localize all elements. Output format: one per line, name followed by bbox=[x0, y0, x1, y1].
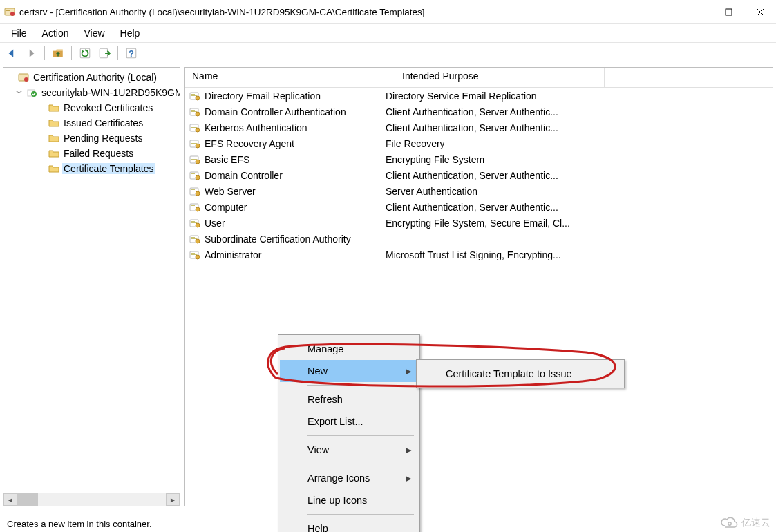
svg-rect-43 bbox=[191, 191, 197, 191]
menu-item-label: Arrange Icons bbox=[307, 473, 370, 484]
certsrv-icon bbox=[4, 6, 15, 17]
list-item-purpose: Client Authentication, Server Authentic.… bbox=[386, 170, 580, 181]
menu-item[interactable]: Line up Icons bbox=[280, 489, 418, 511]
svg-rect-39 bbox=[191, 175, 197, 175]
help-icon[interactable]: ? bbox=[122, 44, 140, 62]
menubar: File Action View Help bbox=[0, 24, 776, 43]
svg-point-24 bbox=[196, 112, 200, 116]
window-maximize-button[interactable] bbox=[712, 0, 744, 23]
scroll-right-icon[interactable]: ► bbox=[166, 493, 180, 506]
menu-file[interactable]: File bbox=[4, 26, 34, 40]
column-header-purpose[interactable]: Intended Purpose bbox=[395, 68, 605, 87]
list-item-name: Subordinate Certification Authority bbox=[205, 234, 351, 245]
submenu-arrow-icon: ▶ bbox=[406, 474, 411, 483]
list-item[interactable]: Basic EFSEncrypting File System bbox=[185, 151, 773, 167]
list-item[interactable]: Domain ControllerClient Authentication, … bbox=[185, 167, 773, 183]
submenu-arrow-icon: ▶ bbox=[406, 367, 411, 376]
menu-item[interactable]: Certificate Template to Issue bbox=[418, 363, 623, 385]
svg-rect-35 bbox=[191, 159, 197, 160]
scroll-thumb[interactable] bbox=[17, 493, 38, 506]
list-item[interactable]: Domain Controller AuthenticationClient A… bbox=[185, 104, 773, 120]
tree-node[interactable]: Certificate Templates bbox=[36, 161, 180, 176]
tree-pane: Certification Authority (Local)﹀security… bbox=[3, 67, 180, 506]
menu-view[interactable]: View bbox=[77, 26, 111, 40]
svg-point-20 bbox=[196, 96, 200, 100]
list-item-name: Directory Email Replication bbox=[205, 91, 321, 102]
export-list-icon[interactable] bbox=[95, 44, 113, 62]
menu-item-label: View bbox=[307, 444, 329, 455]
window-minimize-button[interactable] bbox=[681, 0, 712, 23]
list-item-purpose: Directory Service Email Replication bbox=[386, 91, 580, 102]
list-item[interactable]: Kerberos AuthenticationClient Authentica… bbox=[185, 120, 773, 135]
tree-node-label: securitylab-WIN-1U2RD95K9GM-CA bbox=[40, 87, 180, 98]
svg-point-61 bbox=[728, 522, 731, 525]
svg-point-28 bbox=[196, 128, 200, 132]
window-close-button[interactable] bbox=[744, 0, 776, 23]
cert-template-icon bbox=[189, 186, 200, 197]
svg-rect-19 bbox=[191, 95, 197, 96]
svg-rect-58 bbox=[191, 253, 195, 254]
folder-icon bbox=[48, 163, 59, 174]
svg-rect-42 bbox=[191, 189, 195, 190]
menu-item[interactable]: Help bbox=[280, 517, 418, 532]
menu-item[interactable]: Export List... bbox=[280, 410, 418, 433]
list-item[interactable]: Web ServerServer Authentication bbox=[185, 183, 773, 199]
tree-node[interactable]: Failed Requests bbox=[36, 146, 180, 161]
menu-item-label: Certificate Template to Issue bbox=[446, 368, 572, 379]
cert-template-icon bbox=[189, 218, 200, 229]
list-item-purpose: Encrypting File System, Secure Email, Cl… bbox=[386, 218, 580, 229]
window-title: certsrv - [Certification Authority (Loca… bbox=[19, 7, 681, 17]
tree-node[interactable]: ﹀securitylab-WIN-1U2RD95K9GM-CA bbox=[15, 85, 180, 100]
tree-node-label: Certification Authority (Local) bbox=[32, 72, 158, 83]
list-item[interactable]: UserEncrypting File System, Secure Email… bbox=[185, 215, 773, 231]
tree-h-scrollbar[interactable]: ◄ ► bbox=[3, 493, 180, 506]
toolbar-separator bbox=[117, 46, 118, 60]
ca-node-icon bbox=[26, 87, 37, 98]
folder-icon bbox=[48, 148, 59, 159]
context-submenu-new: Certificate Template to Issue bbox=[416, 359, 625, 388]
svg-rect-46 bbox=[191, 205, 195, 206]
svg-rect-2 bbox=[6, 12, 12, 12]
list-item[interactable]: Directory Email ReplicationDirectory Ser… bbox=[185, 88, 773, 104]
menu-item[interactable]: Refresh bbox=[280, 388, 418, 410]
refresh-icon[interactable] bbox=[76, 44, 94, 62]
context-menu: ManageNew▶RefreshExport List...View▶Arra… bbox=[278, 334, 420, 532]
tree-node[interactable]: Pending Requests bbox=[36, 131, 180, 146]
menu-item[interactable]: View▶ bbox=[280, 439, 418, 461]
menu-separator bbox=[307, 464, 414, 464]
svg-rect-30 bbox=[191, 142, 195, 142]
menu-help[interactable]: Help bbox=[113, 26, 147, 40]
svg-rect-38 bbox=[191, 173, 195, 174]
tree-node[interactable]: Certification Authority (Local) bbox=[6, 70, 180, 85]
svg-rect-34 bbox=[191, 158, 195, 158]
cert-template-icon bbox=[189, 91, 200, 102]
svg-point-40 bbox=[196, 175, 200, 180]
menu-item-label: Manage bbox=[307, 343, 343, 354]
folder-icon bbox=[48, 117, 59, 129]
column-header-name[interactable]: Name bbox=[185, 68, 395, 87]
list-item[interactable]: EFS Recovery AgentFile Recovery bbox=[185, 135, 773, 151]
svg-rect-1 bbox=[6, 10, 10, 11]
nav-back-icon[interactable] bbox=[3, 44, 21, 62]
scroll-left-icon[interactable]: ◄ bbox=[3, 493, 17, 506]
cert-template-icon bbox=[189, 106, 200, 117]
tree-expand-icon[interactable]: ﹀ bbox=[15, 87, 23, 99]
list-item-name: EFS Recovery Agent bbox=[205, 138, 294, 149]
list-item[interactable]: Subordinate Certification Authority bbox=[185, 231, 773, 247]
tree-node[interactable]: Revoked Certificates bbox=[36, 100, 180, 115]
menu-item[interactable]: Manage bbox=[280, 338, 418, 360]
list-item-purpose: Client Authentication, Server Authentic.… bbox=[386, 122, 580, 133]
list-item[interactable]: AdministratorMicrosoft Trust List Signin… bbox=[185, 247, 773, 263]
menu-item[interactable]: New▶ bbox=[280, 360, 418, 382]
svg-text:?: ? bbox=[129, 49, 134, 59]
svg-rect-18 bbox=[191, 94, 195, 95]
up-folder-icon[interactable] bbox=[49, 44, 67, 62]
toolbar: ? bbox=[0, 43, 776, 64]
list-item[interactable]: ComputerClient Authentication, Server Au… bbox=[185, 199, 773, 215]
tree-node[interactable]: Issued Certificates bbox=[36, 115, 180, 131]
menu-item[interactable]: Arrange Icons▶ bbox=[280, 467, 418, 489]
svg-rect-22 bbox=[191, 110, 195, 111]
svg-point-56 bbox=[196, 239, 200, 243]
list-item-name: Basic EFS bbox=[205, 154, 249, 165]
menu-action[interactable]: Action bbox=[35, 26, 76, 40]
